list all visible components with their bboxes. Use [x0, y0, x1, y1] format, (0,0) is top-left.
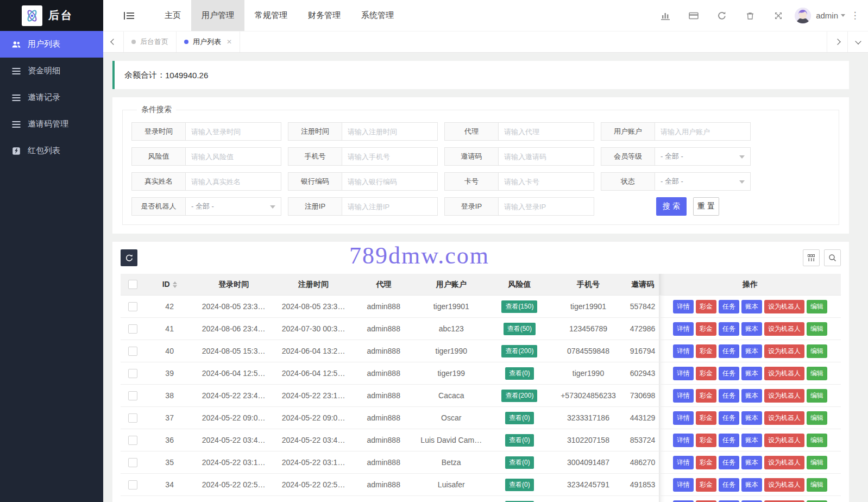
- topnav-item-5[interactable]: 系统管理: [351, 0, 404, 31]
- action-button-blue[interactable]: 任务: [719, 456, 739, 469]
- row-checkbox[interactable]: [128, 480, 137, 490]
- action-button-red[interactable]: 彩金: [696, 322, 716, 336]
- action-button-red[interactable]: 设为机器人: [764, 434, 804, 447]
- trash-icon[interactable]: [736, 11, 764, 21]
- action-button-red[interactable]: 彩金: [696, 478, 716, 492]
- username-label[interactable]: admin: [816, 11, 838, 20]
- action-button-red[interactable]: 设为机器人: [764, 367, 804, 380]
- action-button-red[interactable]: 设为机器人: [764, 500, 804, 502]
- topnav-item-2[interactable]: 用户管理: [191, 0, 244, 31]
- search-button[interactable]: 搜 索: [656, 197, 687, 216]
- action-button-green[interactable]: 编辑: [807, 411, 827, 425]
- action-button-red[interactable]: 设为机器人: [764, 456, 804, 469]
- action-button-red[interactable]: 设为机器人: [764, 478, 804, 492]
- kebab-menu-icon[interactable]: ⋮: [845, 10, 865, 21]
- sidebar-item-2[interactable]: 资金明细: [0, 58, 103, 84]
- search-input[interactable]: [499, 147, 594, 166]
- row-checkbox[interactable]: [128, 458, 137, 467]
- action-button-green[interactable]: 编辑: [807, 434, 827, 447]
- action-button-blue[interactable]: 详情: [673, 322, 694, 336]
- row-checkbox[interactable]: [128, 347, 137, 356]
- search-input[interactable]: [342, 197, 438, 216]
- action-button-green[interactable]: 编辑: [807, 456, 827, 469]
- sidebar-item-3[interactable]: 邀请记录: [0, 84, 103, 111]
- action-button-blue[interactable]: 任务: [719, 344, 739, 358]
- action-button-red[interactable]: 彩金: [696, 456, 716, 469]
- risk-view-badge[interactable]: 查看(0): [505, 479, 534, 491]
- refresh-icon[interactable]: [708, 11, 736, 21]
- risk-view-badge[interactable]: 查看(150): [501, 300, 537, 313]
- action-button-blue[interactable]: 任务: [719, 500, 739, 502]
- search-input[interactable]: [499, 122, 594, 141]
- action-button-red[interactable]: 彩金: [696, 367, 716, 380]
- chart-bar-icon[interactable]: [651, 11, 680, 21]
- search-input[interactable]: [499, 172, 594, 191]
- tab-2[interactable]: 用户列表✕: [177, 32, 240, 52]
- user-avatar[interactable]: [795, 8, 811, 24]
- risk-view-badge[interactable]: 查看(0): [505, 456, 534, 469]
- action-button-red[interactable]: 彩金: [696, 411, 716, 425]
- tab-1[interactable]: 后台首页: [124, 32, 177, 52]
- action-button-blue[interactable]: 账本: [741, 344, 762, 358]
- tab-close-icon[interactable]: ✕: [227, 38, 232, 46]
- action-button-red[interactable]: 彩金: [696, 500, 716, 502]
- tabs-scroll-left[interactable]: [103, 32, 124, 52]
- action-button-blue[interactable]: 详情: [673, 434, 694, 447]
- action-button-blue[interactable]: 详情: [673, 411, 694, 425]
- search-input[interactable]: [342, 147, 438, 166]
- reset-button[interactable]: 重 置: [693, 197, 719, 216]
- action-button-green[interactable]: 编辑: [807, 344, 827, 358]
- search-input[interactable]: [655, 122, 751, 141]
- action-button-blue[interactable]: 任务: [719, 367, 739, 380]
- risk-view-badge[interactable]: 查看(200): [501, 390, 537, 402]
- risk-view-badge[interactable]: 查看(0): [505, 412, 534, 424]
- sidebar-toggle-icon[interactable]: [103, 0, 154, 31]
- action-button-blue[interactable]: 账本: [741, 500, 762, 502]
- action-button-blue[interactable]: 任务: [719, 434, 739, 447]
- search-select[interactable]: - 全部 -: [186, 197, 281, 216]
- action-button-blue[interactable]: 任务: [719, 478, 739, 492]
- action-button-red[interactable]: 彩金: [696, 344, 716, 358]
- search-select[interactable]: - 全部 -: [655, 172, 751, 191]
- action-button-blue[interactable]: 账本: [741, 300, 762, 313]
- action-button-green[interactable]: 编辑: [807, 367, 827, 380]
- sort-icon[interactable]: [173, 279, 177, 290]
- action-button-red[interactable]: 彩金: [696, 434, 716, 447]
- action-button-blue[interactable]: 账本: [741, 322, 762, 336]
- expand-icon[interactable]: [764, 11, 792, 21]
- row-checkbox[interactable]: [128, 413, 137, 423]
- action-button-red[interactable]: 设为机器人: [764, 300, 804, 313]
- action-button-blue[interactable]: 账本: [741, 389, 762, 403]
- risk-view-badge[interactable]: 查看(200): [501, 345, 537, 357]
- row-checkbox[interactable]: [128, 436, 137, 445]
- action-button-blue[interactable]: 任务: [719, 411, 739, 425]
- tabs-scroll-right[interactable]: [827, 32, 847, 52]
- refresh-button[interactable]: [121, 249, 137, 266]
- select-all-checkbox[interactable]: [128, 280, 137, 289]
- columns-toggle-icon[interactable]: [803, 249, 820, 266]
- topnav-item-3[interactable]: 常规管理: [244, 0, 298, 31]
- action-button-blue[interactable]: 详情: [673, 300, 694, 313]
- risk-view-badge[interactable]: 查看(0): [505, 367, 534, 380]
- topnav-item-4[interactable]: 财务管理: [298, 0, 351, 31]
- action-button-blue[interactable]: 任务: [719, 300, 739, 313]
- risk-view-badge[interactable]: 查看(0): [505, 434, 534, 447]
- credit-card-icon[interactable]: [680, 11, 708, 21]
- magnifier-icon[interactable]: [824, 249, 841, 266]
- action-button-blue[interactable]: 账本: [741, 478, 762, 492]
- action-button-green[interactable]: 编辑: [807, 322, 827, 336]
- action-button-blue[interactable]: 任务: [719, 389, 739, 403]
- action-button-blue[interactable]: 任务: [719, 322, 739, 336]
- row-checkbox[interactable]: [128, 302, 137, 311]
- action-button-blue[interactable]: 账本: [741, 456, 762, 469]
- action-button-green[interactable]: 编辑: [807, 300, 827, 313]
- action-button-blue[interactable]: 详情: [673, 478, 694, 492]
- action-button-red[interactable]: 设为机器人: [764, 389, 804, 403]
- action-button-blue[interactable]: 账本: [741, 411, 762, 425]
- action-button-green[interactable]: 编辑: [807, 389, 827, 403]
- search-input[interactable]: [342, 122, 438, 141]
- action-button-red[interactable]: 设为机器人: [764, 344, 804, 358]
- search-input[interactable]: [342, 172, 438, 191]
- action-button-red[interactable]: 设为机器人: [764, 322, 804, 336]
- action-button-red[interactable]: 彩金: [696, 389, 716, 403]
